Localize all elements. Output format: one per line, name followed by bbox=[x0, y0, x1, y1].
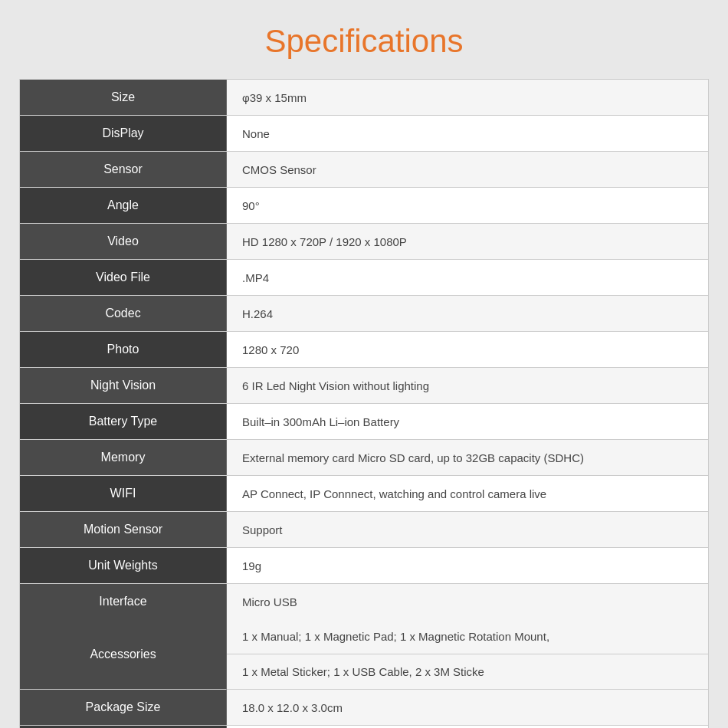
spec-label-battery-type: Battery Type bbox=[20, 404, 227, 439]
page-title: Specifications bbox=[0, 0, 728, 79]
spec-value-angle: 90° bbox=[227, 188, 708, 223]
spec-row-wifi: WIFIAP Connect, IP Connnect, watching an… bbox=[20, 476, 708, 512]
spec-label-codec: Codec bbox=[20, 296, 227, 331]
accessories-values: 1 x Manual; 1 x Magnetic Pad; 1 x Magnet… bbox=[227, 619, 708, 690]
spec-row-size: Sizeφ39 x 15mm bbox=[20, 80, 708, 116]
spec-row-battery-type: Battery TypeBuilt–in 300mAh Li–ion Batte… bbox=[20, 404, 708, 440]
spec-row-memory: MemoryExternal memory card Micro SD card… bbox=[20, 440, 708, 476]
spec-label-size: Size bbox=[20, 80, 227, 115]
spec-value-photo: 1280 x 720 bbox=[227, 332, 708, 367]
spec-value-battery-type: Built–in 300mAh Li–ion Battery bbox=[227, 404, 708, 439]
spec-label-video-file: Video File bbox=[20, 260, 227, 295]
specifications-table: Sizeφ39 x 15mmDisPlayNoneSensorCMOS Sens… bbox=[19, 79, 709, 728]
spec-row-video: VideoHD 1280 x 720P / 1920 x 1080P bbox=[20, 224, 708, 260]
spec-row-night-vision: Night Vision6 IR Led Night Vision withou… bbox=[20, 368, 708, 404]
spec-value-video: HD 1280 x 720P / 1920 x 1080P bbox=[227, 224, 708, 259]
spec-value-video-file: .MP4 bbox=[227, 260, 708, 295]
accessories-value-2: 1 x Metal Sticker; 1 x USB Cable, 2 x 3M… bbox=[227, 654, 708, 690]
spec-value-package-size: 18.0 x 12.0 x 3.0cm bbox=[227, 690, 708, 725]
spec-value-interface: Micro USB bbox=[227, 584, 708, 619]
accessories-value-1: 1 x Manual; 1 x Magnetic Pad; 1 x Magnet… bbox=[227, 619, 708, 654]
spec-row-motion-sensor: Motion SensorSupport bbox=[20, 512, 708, 548]
spec-value-wifi: AP Connect, IP Connnect, watching and co… bbox=[227, 476, 708, 511]
spec-label-unit-weights: Unit Weights bbox=[20, 548, 227, 583]
spec-label-angle: Angle bbox=[20, 188, 227, 223]
accessories-label: Accessories bbox=[20, 619, 227, 690]
spec-row-video-file: Video File.MP4 bbox=[20, 260, 708, 296]
spec-row-interface: InterfaceMicro USB bbox=[20, 584, 708, 619]
spec-label-sensor: Sensor bbox=[20, 152, 227, 187]
spec-label-package-size: Package Size bbox=[20, 690, 227, 725]
spec-row-angle: Angle90° bbox=[20, 188, 708, 224]
spec-row-sensor: SensorCMOS Sensor bbox=[20, 152, 708, 188]
spec-value-motion-sensor: Support bbox=[227, 512, 708, 547]
spec-value-codec: H.264 bbox=[227, 296, 708, 331]
spec-row-package-size: Package Size18.0 x 12.0 x 3.0cm bbox=[20, 690, 708, 726]
spec-label-video: Video bbox=[20, 224, 227, 259]
spec-value-unit-weights: 19g bbox=[227, 548, 708, 583]
accessories-row: Accessories 1 x Manual; 1 x Magnetic Pad… bbox=[20, 619, 708, 690]
spec-label-night-vision: Night Vision bbox=[20, 368, 227, 403]
spec-row-codec: CodecH.264 bbox=[20, 296, 708, 332]
spec-label-interface: Interface bbox=[20, 584, 227, 619]
spec-value-display: None bbox=[227, 116, 708, 151]
spec-label-photo: Photo bbox=[20, 332, 227, 367]
spec-value-size: φ39 x 15mm bbox=[227, 80, 708, 115]
spec-row-display: DisPlayNone bbox=[20, 116, 708, 152]
spec-label-memory: Memory bbox=[20, 440, 227, 475]
spec-row-photo: Photo1280 x 720 bbox=[20, 332, 708, 368]
spec-value-night-vision: 6 IR Led Night Vision without lighting bbox=[227, 368, 708, 403]
spec-label-display: DisPlay bbox=[20, 116, 227, 151]
spec-row-unit-weights: Unit Weights19g bbox=[20, 548, 708, 584]
spec-label-motion-sensor: Motion Sensor bbox=[20, 512, 227, 547]
spec-value-memory: External memory card Micro SD card, up t… bbox=[227, 440, 708, 475]
spec-label-wifi: WIFI bbox=[20, 476, 227, 511]
spec-value-sensor: CMOS Sensor bbox=[227, 152, 708, 187]
